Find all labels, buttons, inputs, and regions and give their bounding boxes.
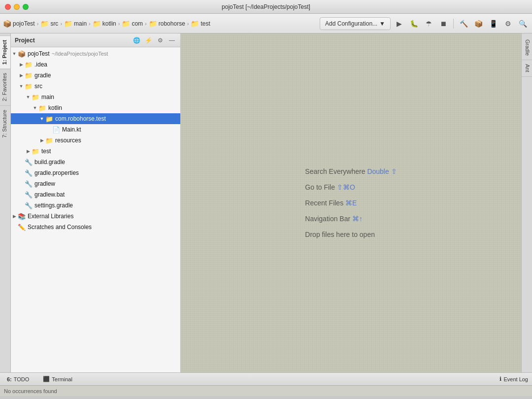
panel-settings-btn[interactable]: ⚙: [156, 36, 165, 45]
project-panel-header: Project 🌐 ⚡ ⚙ —: [11, 33, 180, 47]
sidebar-item-ant[interactable]: Ant: [522, 60, 532, 77]
settings-button[interactable]: ⚙: [501, 17, 514, 30]
tree-item-src[interactable]: ▼📁src: [11, 81, 180, 92]
main-area: 1: Project 2: Favorites 7: Structure Pro…: [0, 33, 532, 372]
tree-item-gradlewbat[interactable]: 🔧gradlew.bat: [11, 189, 180, 200]
file-icon: 📚: [18, 213, 26, 220]
breadcrumb-main[interactable]: 📁 main: [64, 20, 87, 28]
tree-arrow: ▼: [18, 84, 25, 89]
tree-label: build.gradle: [34, 159, 65, 166]
tree-arrow: ▶: [18, 73, 25, 78]
tree-item-extlibs[interactable]: ▶📚External Libraries: [11, 211, 180, 222]
file-icon: 🔧: [25, 202, 33, 209]
panel-locate-btn[interactable]: 🌐: [132, 36, 141, 45]
file-icon: 📁: [38, 104, 46, 112]
tree-item-test[interactable]: ▶📁test: [11, 146, 180, 157]
editor-area[interactable]: Search Everywhere Double ⇧Go to File ⇧⌘O…: [181, 33, 521, 372]
tree-label: src: [34, 83, 42, 90]
tree-arrow: ▼: [11, 51, 18, 56]
breadcrumb-com[interactable]: 📁 com: [122, 20, 143, 28]
stop-button[interactable]: ⏹: [437, 17, 450, 30]
hint-action: Go to File: [305, 183, 337, 191]
file-icon: 📁: [45, 115, 53, 123]
tree-item-pojotestroot[interactable]: ▼📦pojoTest~/IdeaProjects/pojoTest: [11, 48, 180, 59]
editor-hints: Search Everywhere Double ⇧Go to File ⇧⌘O…: [305, 167, 397, 238]
tab-todo[interactable]: 6: TODO: [4, 373, 32, 385]
tree-label: gradlew: [34, 180, 55, 187]
hint-action: Recent Files: [305, 199, 345, 207]
panel-scroll-btn[interactable]: ⚡: [144, 36, 153, 45]
file-icon: 📄: [52, 126, 60, 133]
sdk-button[interactable]: 📦: [472, 17, 485, 30]
breadcrumb-test[interactable]: 📁 test: [191, 20, 210, 28]
tree-label: test: [41, 148, 51, 155]
tree-label: Scratches and Consoles: [28, 224, 92, 231]
tree-label: Main.kt: [62, 126, 81, 133]
hint-action: Navigation Bar: [305, 215, 352, 223]
tree-item-kotlin[interactable]: ▼📁kotlin: [11, 102, 180, 113]
window-controls[interactable]: [5, 4, 29, 10]
panel-hide-btn[interactable]: —: [167, 36, 176, 45]
event-log-button[interactable]: ℹ Event Log: [499, 376, 528, 382]
tree-item-mainkt[interactable]: 📄Main.kt: [11, 124, 180, 135]
tree-item-buildgradle[interactable]: 🔧build.gradle: [11, 157, 180, 167]
minimize-button[interactable]: [14, 4, 20, 10]
run-button[interactable]: ▶: [393, 17, 405, 30]
folder-icon: 📁: [191, 20, 199, 28]
tree-item-scratches[interactable]: ✏️Scratches and Consoles: [11, 222, 180, 233]
file-icon: 🔧: [25, 180, 33, 188]
breadcrumb-kotlin[interactable]: 📁 kotlin: [93, 20, 116, 28]
maximize-button[interactable]: [23, 4, 29, 10]
status-text: No occurrences found: [4, 388, 57, 394]
tree-item-gradlew[interactable]: 🔧gradlew: [11, 178, 180, 189]
tree-item-main[interactable]: ▼📁main: [11, 92, 180, 102]
tree-arrow: ▶: [38, 138, 45, 143]
avd-button[interactable]: 📱: [487, 17, 499, 30]
breadcrumb-pojotestroot[interactable]: 📦 pojoTest: [3, 20, 35, 28]
tree-arrow: ▶: [11, 214, 18, 219]
close-button[interactable]: [5, 4, 11, 10]
file-tree: ▼📦pojoTest~/IdeaProjects/pojoTest▶📁.idea…: [11, 47, 180, 372]
tree-item-gradle[interactable]: ▶📁gradle: [11, 70, 180, 81]
add-configuration-button[interactable]: Add Configuration... ▼: [320, 17, 391, 30]
folder-icon: 📁: [122, 20, 130, 28]
tree-item-gradleprops[interactable]: 🔧gradle.properties: [11, 167, 180, 178]
tab-terminal[interactable]: ⬛ Terminal: [40, 373, 75, 385]
hint-shortcut: Double ⇧: [367, 167, 397, 175]
bottom-right: ℹ Event Log: [499, 376, 528, 382]
folder-icon: 📁: [149, 20, 157, 28]
bottom-bar: 6: TODO ⬛ Terminal ℹ Event Log: [0, 372, 532, 385]
sidebar-item-gradle[interactable]: Gradle: [522, 35, 532, 60]
tree-item-settingsgradle[interactable]: 🔧settings.gradle: [11, 200, 180, 211]
folder-icon: 📁: [93, 20, 101, 28]
file-icon: 📦: [18, 50, 26, 58]
sidebar-item-favorites[interactable]: 2: Favorites: [0, 68, 10, 105]
tree-label: settings.gradle: [34, 202, 73, 209]
title-bar: pojoTest [~/IdeaProjects/pojoTest]: [0, 0, 532, 14]
tree-label: resources: [55, 137, 81, 144]
file-icon: 📁: [25, 83, 33, 90]
debug-button[interactable]: 🐛: [407, 17, 420, 30]
tree-item-comrobohorse[interactable]: ▼📁com.robohorse.test: [11, 113, 180, 124]
sidebar-item-structure[interactable]: 7: Structure: [0, 105, 10, 142]
search-everywhere-btn[interactable]: 🔍: [516, 17, 529, 30]
toolbar-divider: [453, 19, 454, 29]
tree-arrow: ▶: [18, 62, 25, 67]
tree-arrow: ▼: [38, 116, 45, 121]
right-sidebar-tabs: Gradle Ant: [521, 33, 532, 372]
tree-sublabel: ~/IdeaProjects/pojoTest: [52, 51, 108, 57]
file-icon: 📁: [45, 137, 53, 144]
coverage-button[interactable]: ☂: [422, 17, 435, 30]
file-icon: 📁: [32, 148, 39, 155]
hint-item: Go to File ⇧⌘O: [305, 183, 397, 191]
breadcrumb-src[interactable]: 📁 src: [40, 20, 58, 28]
file-icon: 🔧: [25, 191, 33, 199]
build-button[interactable]: 🔨: [457, 17, 470, 30]
info-icon: ℹ: [499, 376, 501, 382]
folder-icon: 📁: [64, 20, 72, 28]
breadcrumb-robohorse[interactable]: 📁 robohorse: [149, 20, 185, 28]
sidebar-item-project[interactable]: 1: Project: [0, 35, 10, 68]
toolbar-right: Add Configuration... ▼ ▶ 🐛 ☂ ⏹ 🔨 📦 📱 ⚙ 🔍: [320, 17, 529, 30]
tree-item-idea[interactable]: ▶📁.idea: [11, 59, 180, 70]
tree-item-resources[interactable]: ▶📁resources: [11, 135, 180, 146]
